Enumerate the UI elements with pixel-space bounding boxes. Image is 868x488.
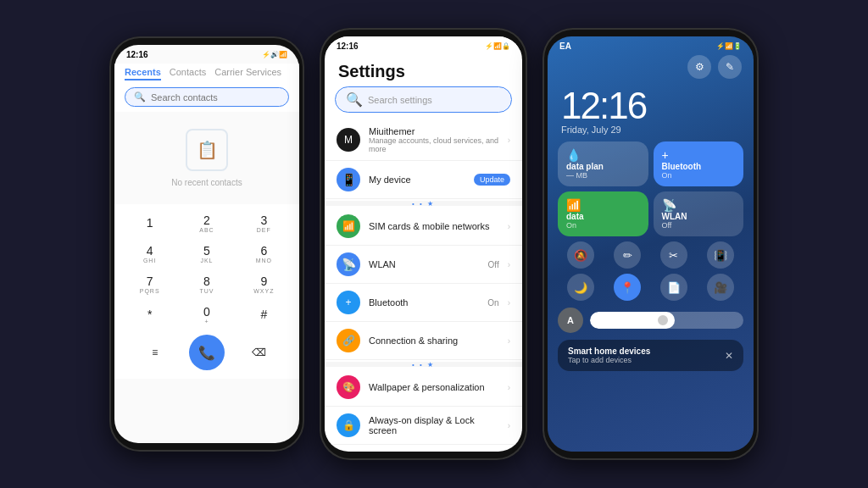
key-6[interactable]: 6MNO [244, 240, 283, 267]
settings-item-wallpaper[interactable]: 🎨 Wallpaper & personalization › [325, 369, 522, 407]
phone-settings: 12:16 ⚡📶🔒 Settings 🔍 Search settings M M… [320, 28, 527, 460]
contacts-area: 📋 No recent contacts [114, 112, 299, 204]
key-5[interactable]: 5JKL [187, 240, 226, 267]
always-on-text: Always-on display & Lock screen [369, 415, 499, 435]
dialer-search-bar[interactable]: 🔍 [125, 87, 289, 107]
wallpaper-title: Wallpaper & personalization [369, 382, 499, 392]
settings-item-sim[interactable]: 📶 SIM cards & mobile networks › [325, 208, 522, 246]
key-4[interactable]: 4GHI [131, 240, 170, 267]
key-star[interactable]: * [131, 301, 170, 328]
miuithemer-sub: Manage accounts, cloud services, and mor… [369, 136, 499, 153]
settings-item-display[interactable]: ☀️ Display › [325, 445, 522, 452]
bluetooth-cc-icon: + [662, 148, 669, 162]
status-bar-1: 12:16 ⚡🔊📶 [114, 45, 299, 64]
settings-title: Settings [325, 55, 522, 86]
cc-smart-home-panel[interactable]: Smart home devices Tap to add devices ✕ [558, 340, 743, 371]
status-bar-2: 12:16 ⚡📶🔒 [325, 36, 522, 55]
key-1[interactable]: 1 [131, 209, 170, 236]
cc-tile-bluetooth[interactable]: + Bluetooth On [654, 141, 744, 186]
phones-container: 12:16 ⚡🔊📶 Recents Contacts Carrier Servi… [92, 19, 776, 469]
search-icon-settings: 🔍 [346, 92, 363, 108]
status-icons-1: ⚡🔊📶 [262, 51, 287, 58]
wlan-title: WLAN [369, 259, 480, 269]
chevron-right-icon-bt: › [508, 298, 510, 308]
divider-1: • • ★ [325, 201, 522, 206]
settings-item-connection[interactable]: 🔗 Connection & sharing › [325, 322, 522, 360]
cc-tile-mobile-data[interactable]: 📶 data On [558, 191, 648, 236]
settings-search-bar[interactable]: 🔍 Search settings [335, 86, 512, 113]
chevron-right-icon-miuithemer: › [508, 136, 510, 145]
dialpad: 1 2ABC 3DEF 4GHI 5JKL 6MNO 7PQRS 8TUV 9W… [114, 204, 299, 379]
key-2[interactable]: 2ABC [187, 209, 226, 236]
sim-text: SIM cards & mobile networks [369, 221, 499, 231]
phone-control-center: EA ⚡📶🔋 ⚙ ✎ 12:16 Friday, July 29 💧 [542, 28, 759, 460]
cc-brightness-slider[interactable] [590, 312, 743, 329]
update-badge: Update [474, 174, 510, 186]
cc-time: 12:16 [561, 87, 740, 125]
wlan-cc-sub: Off [662, 221, 736, 230]
always-on-icon: 🔒 [337, 413, 360, 437]
settings-item-always-on[interactable]: 🔒 Always-on display & Lock screen › [325, 407, 522, 445]
settings-item-mydevice[interactable]: 📱 My device Update [325, 161, 522, 199]
cc-brightness-fill [590, 312, 675, 329]
settings-item-wlan[interactable]: 📡 WLAN Off › [325, 246, 522, 284]
cc-smart-home-sub: Tap to add devices [568, 356, 650, 364]
wlan-value: Off [488, 260, 499, 269]
call-button[interactable]: 📞 [189, 335, 225, 370]
backspace-button[interactable]: ⌫ [239, 339, 278, 366]
status-bar-3: EA ⚡📶🔋 [548, 36, 754, 55]
cc-time-display: 12:16 Friday, July 29 [548, 84, 754, 141]
mydevice-text: My device [369, 175, 465, 185]
menu-button[interactable]: ≡ [136, 339, 175, 366]
cc-top-row: ⚙ ✎ [548, 55, 754, 84]
key-7[interactable]: 7PQRS [131, 270, 170, 297]
cc-video-button[interactable]: 🎥 [707, 274, 734, 301]
settings-item-miuithemer[interactable]: M Miuithemer Manage accounts, cloud serv… [325, 119, 522, 161]
search-contacts-input[interactable] [151, 92, 280, 103]
dialpad-row-1: 1 2ABC 3DEF [121, 209, 292, 236]
cc-smart-home-close[interactable]: ✕ [725, 350, 733, 362]
status-left-3: EA [559, 42, 571, 51]
settings-item-bluetooth[interactable]: + Bluetooth On › [325, 284, 522, 322]
cc-location-button[interactable]: 📍 [614, 274, 641, 301]
cc-avatar[interactable]: A [558, 308, 583, 333]
chevron-right-icon-sim: › [508, 222, 510, 231]
bluetooth-text: Bluetooth [369, 297, 479, 308]
cc-nfc-button[interactable]: 📄 [660, 274, 687, 301]
cc-gear-button[interactable]: ⚙ [687, 55, 711, 79]
cc-edit-button[interactable]: ✎ [718, 55, 742, 79]
cc-smart-home-text: Smart home devices Tap to add devices [568, 347, 650, 364]
cc-mute-button[interactable]: 🔕 [567, 241, 594, 269]
miuithemer-text: Miuithemer Manage accounts, cloud servic… [369, 126, 499, 153]
mobile-data-sub: On [566, 221, 640, 230]
cc-tile-data[interactable]: 💧 data plan — MB [558, 141, 648, 186]
mydevice-icon: 📱 [337, 168, 360, 191]
dialer-tabs: Recents Contacts Carrier Services [125, 67, 289, 80]
key-8[interactable]: 8TUV [187, 270, 226, 297]
cc-vibrate-button[interactable]: 📳 [707, 241, 734, 269]
time-1: 12:16 [126, 50, 148, 59]
tab-contacts[interactable]: Contacts [170, 67, 206, 80]
bluetooth-icon: + [337, 291, 360, 314]
status-icons-3: ⚡📶🔋 [716, 42, 742, 50]
key-0[interactable]: 0+ [187, 301, 226, 328]
cc-pencil-button[interactable]: ✏ [614, 241, 641, 269]
cc-tiles-grid: 💧 data plan — MB + Bluetooth On [548, 141, 754, 241]
cc-scissors-button[interactable]: ✂ [660, 241, 687, 269]
key-hash[interactable]: # [244, 301, 283, 328]
wlan-cc-title: WLAN [662, 212, 736, 221]
key-3[interactable]: 3DEF [244, 209, 283, 236]
cc-moon-button[interactable]: 🌙 [567, 274, 594, 301]
chevron-right-icon-conn: › [508, 336, 510, 346]
connection-icon: 🔗 [337, 329, 360, 352]
cc-tile-wlan[interactable]: 📡 WLAN Off [654, 191, 744, 236]
key-9[interactable]: 9WXYZ [244, 270, 283, 297]
settings-screen: 12:16 ⚡📶🔒 Settings 🔍 Search settings M M… [325, 36, 522, 452]
dialpad-row-4: * 0+ # [121, 301, 292, 328]
tab-recents[interactable]: Recents [125, 67, 161, 80]
bluetooth-title: Bluetooth [369, 297, 479, 308]
tab-carrier[interactable]: Carrier Services [214, 67, 281, 80]
data-plan-icon: 💧 [566, 148, 581, 162]
mobile-data-title: data [566, 212, 640, 221]
bluetooth-value: On [487, 298, 498, 308]
